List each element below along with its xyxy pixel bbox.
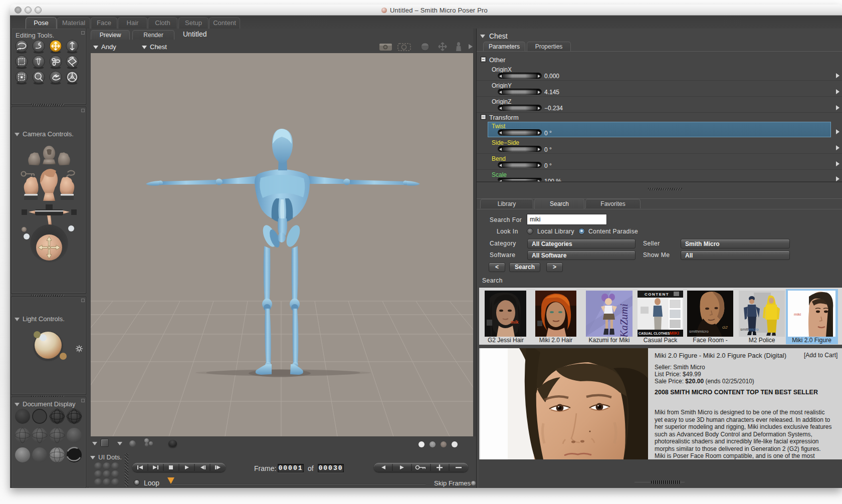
svg-text:mik: mik bbox=[511, 320, 519, 325]
svg-text:CONTENT: CONTENT bbox=[645, 292, 669, 297]
svg-text:G2: G2 bbox=[722, 325, 728, 330]
svg-text:smithmicro: smithmicro bbox=[689, 329, 709, 334]
svg-text:miki: miki bbox=[794, 312, 801, 317]
svg-text:MIKI: MIKI bbox=[670, 331, 679, 336]
svg-text:micro: micro bbox=[749, 327, 759, 332]
svg-text:CASUAL CLOTHES: CASUAL CLOTHES bbox=[639, 332, 670, 335]
svg-text:KaZumi: KaZumi bbox=[618, 304, 630, 337]
